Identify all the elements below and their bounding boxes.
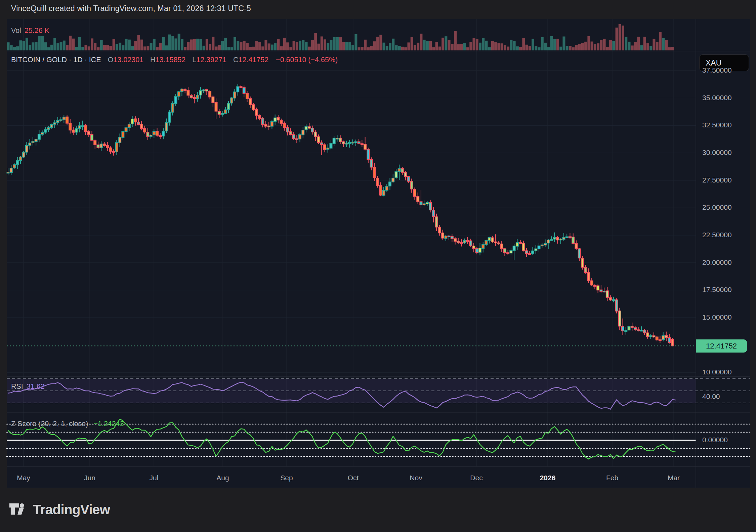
high-key: H — [150, 56, 156, 64]
exchange-label: ICE — [89, 56, 101, 64]
price-axis-tick: 25.00000 — [702, 203, 732, 211]
price-axis-tick: 30.00000 — [702, 149, 732, 157]
time-axis-label: Dec — [470, 474, 482, 482]
zscore-legend: Z Score (20, 2, 1, close) −1.24243 — [11, 420, 124, 428]
volume-value: 25.26 K — [25, 27, 49, 35]
time-axis-label: Sep — [280, 474, 293, 482]
rsi-axis-tick: 40.00 — [702, 393, 720, 401]
time-axis-label: Jul — [150, 474, 159, 482]
volume-label: Vol — [11, 27, 21, 35]
interval-label[interactable]: 1D — [73, 56, 82, 64]
volume-legend: Vol25.26 K — [11, 27, 49, 35]
time-axis-label: Nov — [410, 474, 422, 482]
rsi-legend: RSI31.62 — [11, 382, 45, 391]
time-axis-label: Aug — [216, 474, 229, 482]
price-axis-tick: 32.50000 — [702, 121, 732, 129]
symbol-legend: BITCOIN / GOLD · 1D · ICE O13.02301 H13.… — [11, 56, 338, 64]
tradingview-chart-page: VinceQuill created with TradingView.com,… — [0, 0, 756, 532]
rsi-label: RSI — [11, 382, 23, 391]
price-axis-tick: 10.00000 — [702, 368, 732, 376]
open-key: O — [108, 56, 114, 64]
time-axis-label: Jun — [84, 474, 95, 482]
low-value: 12.39271 — [196, 56, 226, 64]
price-axis-tick: 27.50000 — [702, 176, 732, 184]
tradingview-logo[interactable]: TradingView — [9, 502, 110, 517]
symbol-title[interactable]: BITCOIN / GOLD — [11, 56, 67, 64]
time-axis-label: May — [17, 474, 30, 482]
price-axis-tick: 15.00000 — [702, 313, 732, 321]
open-value: 13.02301 — [113, 56, 143, 64]
time-axis-label: Mar — [668, 474, 680, 482]
rsi-value: 31.62 — [27, 382, 45, 391]
tradingview-wordmark: TradingView — [33, 502, 110, 517]
change-value: −0.60510 (−4.65%) — [276, 56, 338, 64]
price-axis-tick: 17.50000 — [702, 286, 732, 294]
price-axis-tick: 20.00000 — [702, 258, 732, 267]
price-axis-tick: 22.50000 — [702, 231, 732, 239]
close-key: C — [233, 56, 239, 64]
last-price-badge: 12.41752 — [696, 339, 747, 353]
time-axis-label: 2026 — [540, 474, 556, 482]
time-axis-label: Oct — [348, 474, 359, 482]
zscore-label: Z Score (20, 2, 1, close) — [11, 420, 88, 428]
tradingview-logo-icon — [9, 502, 28, 517]
close-value: 12.41752 — [238, 56, 268, 64]
price-axis-tick: 35.00000 — [702, 94, 732, 102]
time-axis-label: Feb — [606, 474, 618, 482]
low-key: L — [192, 56, 196, 64]
zscore-axis-tick: 0.00000 — [702, 436, 728, 444]
high-value: 13.15852 — [156, 56, 186, 64]
attribution-text: VinceQuill created with TradingView.com,… — [11, 4, 251, 13]
price-axis-tick: 37.50000 — [702, 66, 732, 74]
chart-canvas[interactable] — [0, 0, 756, 532]
zscore-value: −1.24243 — [93, 420, 124, 428]
